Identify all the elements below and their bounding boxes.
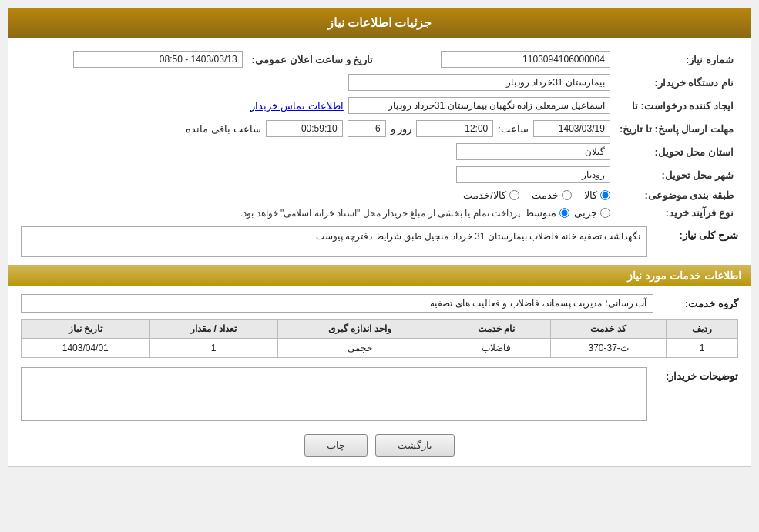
creator-contact-link[interactable]: اطلاعات تماس خریدار: [250, 100, 344, 112]
col-qty: تعداد / مقدار: [149, 320, 277, 339]
back-button[interactable]: بازگشت: [375, 434, 455, 457]
cell-qty: 1: [149, 339, 277, 358]
creator-row: اطلاعات تماس خریدار: [25, 97, 610, 114]
service-group-value: آب رسانی؛ مدیریت پسماند، فاضلاب و فعالیت…: [21, 294, 653, 313]
date-label: مهلت ارسال پاسخ: تا تاریخ:: [615, 117, 738, 140]
col-code: کد خدمت: [551, 320, 667, 339]
time-input[interactable]: [416, 120, 493, 137]
creator-label: ایجاد کننده درخواست: تا: [615, 94, 738, 117]
remaining-label: ساعت باقی مانده: [186, 123, 260, 135]
service-group-label: گروه خدمت:: [653, 298, 738, 309]
button-row: بازگشت چاپ: [21, 434, 738, 457]
need-description-row: شرح کلی نیاز: نگهداشت تصفیه خانه فاضلاب …: [21, 226, 738, 257]
organization-input[interactable]: [348, 74, 610, 91]
remaining-input[interactable]: [266, 120, 343, 137]
cell-name: فاضلاب: [442, 339, 551, 358]
category-label: طبقه بندی موضوعی:: [615, 186, 738, 204]
cell-row: 1: [667, 339, 738, 358]
purchase-type-note: پرداخت تمام یا بخشی از مبلغ خریدار محل "…: [240, 208, 520, 219]
cell-code: ث-37-370: [551, 339, 667, 358]
services-table: ردیف کد خدمت نام خدمت واحد اندازه گیری ت…: [21, 319, 738, 358]
time-label: ساعت:: [498, 123, 529, 135]
col-date: تاریخ نیاز: [22, 320, 150, 339]
cell-unit: حجمی: [277, 339, 442, 358]
col-row: ردیف: [667, 320, 738, 339]
col-name: نام خدمت: [442, 320, 551, 339]
date-row: ساعت: روز و ساعت باقی مانده: [25, 120, 610, 137]
category-radio-group: کالا خدمت کالا/خدمت: [25, 189, 610, 201]
province-label: استان محل تحویل:: [615, 140, 738, 163]
request-number-label: شماره نیاز:: [615, 48, 738, 71]
page-title: جزئیات اطلاعات نیاز: [8, 8, 751, 38]
print-button[interactable]: چاپ: [304, 434, 368, 457]
category-option-kala-khedmat[interactable]: کالا/خدمت: [463, 189, 519, 201]
days-input[interactable]: [348, 120, 386, 137]
city-input[interactable]: [456, 166, 610, 183]
announce-date-label: تاریخ و ساعت اعلان عمومی:: [247, 48, 389, 71]
purchase-jozi[interactable]: جزیی: [574, 207, 610, 219]
cell-date: 1403/04/01: [22, 339, 150, 358]
services-section-title: اطلاعات خدمات مورد نیاز: [8, 265, 751, 286]
col-unit: واحد اندازه گیری: [277, 320, 442, 339]
basic-info-table: شماره نیاز: تاریخ و ساعت اعلان عمومی: نا…: [21, 48, 738, 222]
page-wrapper: جزئیات اطلاعات نیاز شماره نیاز: تاریخ و …: [0, 0, 759, 532]
buyer-desc-row: توضیحات خریدار:: [21, 367, 738, 423]
announce-date-input[interactable]: [73, 51, 243, 68]
need-description-label: شرح کلی نیاز:: [653, 226, 738, 241]
category-option-khedmat[interactable]: خدمت: [532, 189, 572, 201]
buyer-desc-area: [21, 367, 647, 423]
buyer-desc-label: توضیحات خریدار:: [653, 367, 738, 382]
request-number-input[interactable]: [441, 51, 610, 68]
need-description-value: نگهداشت تصفیه خانه فاضلاب بیمارستان 31 خ…: [21, 226, 647, 257]
organization-label: نام دستگاه خریدار:: [615, 71, 738, 94]
table-row: 1 ث-37-370 فاضلاب حجمی 1 1403/04/01: [22, 339, 738, 358]
main-content: شماره نیاز: تاریخ و ساعت اعلان عمومی: نا…: [8, 38, 751, 467]
date-input[interactable]: [533, 120, 610, 137]
city-label: شهر محل تحویل:: [615, 163, 738, 186]
category-option-kala[interactable]: کالا: [584, 189, 610, 201]
purchase-type-label: نوع فرآیند خرید:: [615, 204, 738, 222]
purchase-motavasset[interactable]: متوسط: [525, 207, 569, 219]
buyer-desc-input[interactable]: [21, 367, 647, 421]
days-label: روز و: [391, 123, 412, 135]
purchase-type-row: جزیی متوسط پرداخت تمام یا بخشی از مبلغ خ…: [25, 207, 610, 219]
province-input[interactable]: [456, 143, 610, 160]
creator-input[interactable]: [348, 97, 610, 114]
service-group-row: گروه خدمت: آب رسانی؛ مدیریت پسماند، فاضل…: [21, 294, 738, 313]
